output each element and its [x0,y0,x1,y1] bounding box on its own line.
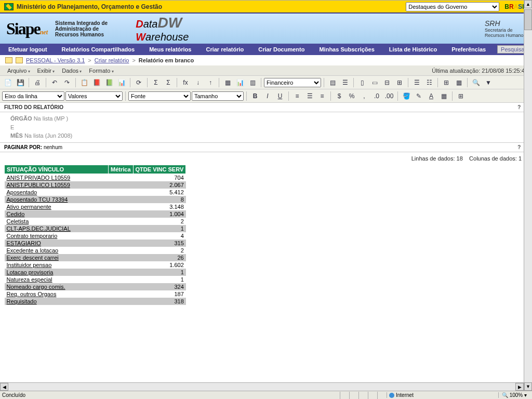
nav-subscriptions[interactable]: Minhas Subscrições [313,44,380,55]
sort-asc-icon[interactable]: ↓ [192,77,204,88]
scroll-left-icon[interactable]: ◀ [0,383,8,391]
outline2-icon[interactable]: ☰ [339,77,351,88]
outline-icon[interactable]: ▤ [327,77,338,88]
row-label[interactable]: Aposentado [5,189,109,196]
row-label[interactable]: Lotacao provisoria [5,269,109,276]
scroll-up-icon[interactable]: ▲ [524,0,532,8]
help-icon[interactable]: ? [517,104,521,110]
folder-icon[interactable] [16,57,23,63]
italic-icon[interactable]: I [262,91,273,101]
print-icon[interactable]: 🖨 [32,77,43,88]
comma-icon[interactable]: , [358,91,370,101]
table-row[interactable]: Requisitado318 [5,298,186,305]
pivot-icon[interactable]: ⊞ [441,77,452,88]
row-label[interactable]: Aposentado TCU 73394 [5,196,109,203]
help-icon[interactable]: ? [517,144,521,150]
borders-icon[interactable]: ▦ [438,91,449,101]
table-row[interactable]: Exerc descent carrei26 [5,254,186,261]
merge-row-icon[interactable]: ▭ [369,77,380,88]
row-label[interactable]: Excedente a lotacao [5,247,109,254]
redo-icon[interactable]: ↷ [61,77,73,88]
menu-arquivo[interactable]: Arquivo [4,66,33,75]
row-label[interactable]: ANIST.PRIVADO L10559 [5,174,109,181]
lock-row-icon[interactable]: ⊞ [394,77,405,88]
table-row[interactable]: Nomeado cargo comis.324 [5,283,186,290]
row-label[interactable]: Celetista [5,218,109,225]
col-qtde[interactable]: QTDE VINC SERV [133,165,186,174]
banding2-icon[interactable]: ☷ [423,77,435,88]
grid-view-icon[interactable]: ▦ [222,77,233,88]
line-color-icon[interactable]: ✎ [413,91,424,101]
row-label[interactable]: Requisitado [5,298,109,305]
table-row[interactable]: ANIST.PUBLICO L105592.067 [5,181,186,189]
font-select[interactable]: Fonte [128,91,191,101]
sigma-icon[interactable]: Σ [150,77,162,88]
filter-icon[interactable]: ▼ [483,77,494,88]
pdf-icon[interactable]: 📕 [91,77,102,88]
scroll-thumb[interactable] [524,9,532,30]
percent-icon[interactable]: % [346,91,357,101]
row-label[interactable]: Natureza especial [5,276,109,283]
nav-create-document[interactable]: Criar Documento [252,44,311,55]
vertical-scrollbar[interactable]: ▲ ▼ [524,0,532,391]
table-row[interactable]: Cedido1.004 [5,210,186,218]
menu-formato[interactable]: Formato [86,66,116,75]
drill-icon[interactable]: 🔍 [470,77,482,88]
style-select[interactable]: Financeiro [264,78,321,87]
fx-icon[interactable]: fx [180,77,191,88]
underline-icon[interactable]: U [274,91,286,101]
values-select[interactable]: Valores [65,91,123,101]
export-icon[interactable]: 📋 [78,77,90,88]
row-label[interactable]: CLT-APS.DEC.JUDICIAL [5,225,109,232]
fill-color-icon[interactable]: 🪣 [401,91,412,101]
table-row[interactable]: Instituidor pensao1.602 [5,261,186,269]
table-row[interactable]: Contrato temporario4 [5,232,186,240]
nav-my-reports[interactable]: Meus relatórios [143,44,197,55]
breadcrumb-create-report[interactable]: Criar relatório [95,57,129,63]
row-label[interactable]: Contrato temporario [5,232,109,240]
axis-select[interactable]: Eixo da linha [2,91,64,101]
row-label[interactable]: Cedido [5,210,109,218]
size-select[interactable]: Tamanho [192,91,244,101]
scroll-down-icon[interactable]: ▼ [524,382,532,391]
breadcrumb-pessoal[interactable]: PESSOAL - Versão 3.1 [26,57,85,63]
dec-dec-icon[interactable]: .00 [383,91,395,101]
align-left-icon[interactable]: ≡ [291,91,303,101]
nav-history[interactable]: Lista de Histórico [383,44,443,55]
nav-logout[interactable]: Efetuar logout [2,44,54,55]
gov-highlights-select[interactable]: Destaques do Governo [406,2,499,11]
new-icon[interactable]: 📄 [2,77,14,88]
table-row[interactable]: Celetista2 [5,218,186,225]
sort-desc-icon[interactable]: ↑ [205,77,216,88]
row-label[interactable]: ANIST.PUBLICO L10559 [5,181,109,189]
nav-preferences[interactable]: Preferências [445,44,492,55]
table-row[interactable]: Excedente a lotacao2 [5,247,186,254]
both-view-icon[interactable]: ▥ [247,77,258,88]
bold-icon[interactable]: B [249,91,261,101]
excel-icon[interactable]: 📗 [103,77,115,88]
currency-icon[interactable]: $ [334,91,345,101]
grid-toggle-icon[interactable]: ⊞ [455,91,467,101]
banding1-icon[interactable]: ☰ [411,77,422,88]
menu-exibir[interactable]: Exibir [34,66,58,75]
nav-create-report[interactable]: Criar relatório [200,44,250,55]
refresh-icon[interactable]: ⟳ [133,77,144,88]
undo-icon[interactable]: ↶ [49,77,60,88]
lock-col-icon[interactable]: ⊟ [381,77,393,88]
chart-view-icon[interactable]: 📊 [234,77,246,88]
table-row[interactable]: Ativo permanente3.148 [5,203,186,210]
horizontal-scrollbar[interactable]: ◀ ▶ [0,382,524,391]
table-row[interactable]: ESTAGIARIO315 [5,240,186,247]
home-icon[interactable] [5,57,12,63]
row-label[interactable]: Instituidor pensao [5,261,109,269]
align-center-icon[interactable]: ☰ [304,91,315,101]
table-row[interactable]: Aposentado5.412 [5,189,186,196]
table-row[interactable]: CLT-APS.DEC.JUDICIAL1 [5,225,186,232]
totals-icon[interactable]: ▦ [453,77,464,88]
export2-icon[interactable]: 📊 [116,77,127,88]
font-color-icon[interactable]: A [425,91,437,101]
row-label[interactable]: Nomeado cargo comis. [5,283,109,290]
nav-shared-reports[interactable]: Relatórios Compartilhados [56,44,141,55]
scroll-right-icon[interactable]: ▶ [515,383,524,391]
table-row[interactable]: ANIST.PRIVADO L10559704 [5,174,186,181]
